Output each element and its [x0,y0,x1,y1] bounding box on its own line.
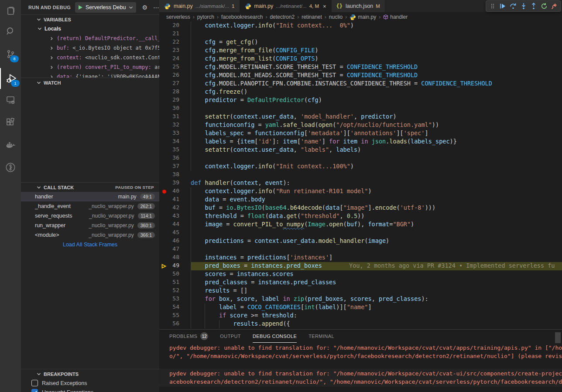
stack-frame-row[interactable]: _handle_event_nuclio_wrapper.py262:1 [21,201,159,211]
code-line[interactable]: 46 predictions = context.user_data.model… [159,237,562,245]
restart-button[interactable] [539,1,549,11]
tab-output[interactable]: OUTPUT [220,330,241,343]
debug-console-output[interactable]: pydev debugger: unable to find translati… [159,343,562,387]
debug-config-dropdown[interactable]: Serverless Debu [75,2,136,13]
toolbar-grip[interactable] [487,1,498,11]
breakpoints-header[interactable]: BREAKPOINTS [21,369,159,378]
code-line[interactable]: 24 cfg.merge_from_list(CONFIG_OPTS) [159,55,562,63]
code-editor[interactable]: 20 context.logger.info("Init context... … [159,22,562,329]
breadcrumb-file[interactable]: main.py [358,14,376,20]
code-line[interactable]: 29 predictor = DefaultPredictor(cfg) [159,96,562,105]
breadcrumb-item[interactable]: pytorch [197,14,214,20]
code-line[interactable]: 22 cfg = get_cfg() [159,38,562,47]
code-line[interactable]: 20 context.logger.info("Init context... … [159,22,562,30]
watch-header[interactable]: WATCH [21,78,159,87]
continue-button[interactable] [498,1,508,11]
code-line[interactable]: 43 threshold = float(data.get("threshold… [159,212,562,221]
tab-problems[interactable]: PROBLEMS 12 [169,330,208,343]
breadcrumb-item[interactable]: facebookresearch [221,14,263,20]
tab-launch-json[interactable]: {}launch.jsonM [332,0,385,12]
breadcrumb-symbol[interactable]: handler [390,14,408,20]
tab-terminal[interactable]: TERMINAL [308,330,334,343]
code-line[interactable]: 49 pred_boxes = instances.pred_boxesYou,… [159,262,562,270]
code-line[interactable]: 54 label = COCO_CATEGORIES[int(label)]["… [159,303,562,312]
code-line[interactable]: 34 labels = {item['id']: item['name'] fo… [159,138,562,146]
code-line[interactable]: 37 context.logger.info("Init context...1… [159,163,562,171]
variable-row[interactable]: data: {'image': 'iVBORw0KGgoAAAANSUhE… [21,72,159,78]
breadcrumb-item[interactable]: serverless [166,14,190,20]
chevron-right-icon[interactable] [50,56,54,60]
code-line[interactable]: 25 cfg.MODEL.RETINANET.SCORE_THRESH_TEST… [159,63,562,72]
code-line[interactable]: 31 setattr(context.user_data, 'model_han… [159,113,562,121]
breakpoint-row[interactable]: Uncaught Exceptions [21,388,159,392]
code-line[interactable]: 51 pred_classes = instances.pred_classes [159,279,562,287]
chevron-right-icon[interactable] [50,46,54,50]
variable-row[interactable]: buf: <_io.BytesIO object at 0x7f5a2dc1ec… [21,43,159,53]
code-line[interactable]: 33 labels_spec = functionconfig['metadat… [159,130,562,138]
breadcrumb-item[interactable]: detectron2 [270,14,295,20]
code-line[interactable]: 27 cfg.MODEL.PANOPTIC_FPN.COMBINE.INSTAN… [159,80,562,88]
code-line[interactable]: 40 context.logger.info("Run retinanet-R1… [159,187,562,196]
variable-row[interactable]: (return) convert_PIL_to_numpy: array([[[… [21,62,159,72]
checkbox[interactable] [31,389,38,392]
explorer-icon[interactable] [0,1,21,22]
tab-main-py-siammask[interactable]: main.py.../siammask/...1 [159,0,240,12]
source-control-icon[interactable]: 8 [0,44,21,65]
more-actions-icon[interactable]: ⋯ [153,4,159,10]
console-message[interactable]: pydev debugger: unable to find translati… [159,368,562,387]
code-line[interactable]: 26 cfg.MODEL.ROI_HEADS.SCORE_THRESH_TEST… [159,72,562,80]
load-all-stack-frames-link[interactable]: Load All Stack Frames [21,240,159,249]
locals-scope[interactable]: Locals [21,24,159,34]
code-line[interactable]: 42 buf = io.BytesIO(base64.b64decode(dat… [159,204,562,212]
code-line[interactable]: 32 functionconfig = yaml.safe_load(open(… [159,121,562,130]
docker-icon[interactable] [0,135,21,156]
stack-frame-row[interactable]: run_wrapper_nuclio_wrapper.py360:1 [21,221,159,230]
close-icon[interactable]: × [323,3,326,10]
code-line[interactable]: 47 [159,245,562,254]
code-line[interactable]: 56 results.append({ [159,320,562,328]
step-into-button[interactable] [518,1,529,11]
code-line[interactable]: 53 for box, score, label in zip(pred_box… [159,295,562,303]
code-line[interactable]: 28 cfg.freeze() [159,88,562,96]
code-line[interactable]: 36 [159,154,562,163]
code-line[interactable]: 45 [159,229,562,237]
disconnect-button[interactable] [549,1,559,11]
run-and-debug-icon[interactable]: 1 [0,68,22,89]
gear-icon[interactable]: ⚙ [142,4,147,10]
tab-debug-console[interactable]: DEBUG CONSOLE [253,330,297,343]
tab-main-py-retinanet[interactable]: main.py.../retinanet/...4, M× [240,0,332,12]
breakpoint-dot[interactable] [159,187,169,196]
code-line[interactable]: 52 results = [] [159,287,562,295]
breakpoint-icon[interactable] [162,190,166,194]
code-line[interactable]: 55 if score >= threshold: [159,312,562,320]
code-line[interactable]: 35 setattr(context.user_data, "labels", … [159,146,562,154]
step-over-button[interactable] [508,1,518,11]
start-debug-icon[interactable] [78,5,83,10]
stack-frame-row[interactable]: handlermain.py49:1 [21,192,159,201]
checkbox[interactable] [31,380,38,386]
variable-row[interactable]: (return) DefaultPredictor.__call__: {'in… [21,34,159,43]
breadcrumb-item[interactable]: nuclio [329,14,343,20]
code-line[interactable]: 48 instances = predictions['instances'] [159,254,562,262]
chevron-right-icon[interactable] [50,37,54,41]
variables-header[interactable]: VARIABLES [21,14,159,24]
code-line[interactable]: 39def handler(context, event): [159,179,562,187]
code-line[interactable]: 41 data = event.body [159,196,562,204]
console-message[interactable]: pydev debugger: unable to find translati… [159,343,562,361]
chevron-right-icon[interactable] [50,65,54,69]
current-line-arrow-icon[interactable] [159,262,169,270]
code-line[interactable]: 23 cfg.merge_from_file(CONFIG_FILE) [159,47,562,55]
breadcrumb[interactable]: serverless›pytorch›facebookresearch›dete… [159,12,562,22]
breadcrumb-item[interactable]: retinanet [302,14,322,20]
breakpoint-row[interactable]: Raised Exceptions [21,378,159,388]
panel-scrollbar[interactable] [555,332,561,343]
stack-frame-row[interactable]: serve_requests_nuclio_wrapper.py114:1 [21,211,159,221]
call-stack-header[interactable]: CALL STACK PAUSED ON STEP [21,182,159,192]
code-line[interactable]: 30 [159,105,562,113]
variable-row[interactable]: context: <nuclio_sdk.context.Context obj… [21,53,159,62]
code-line[interactable]: 21 [159,30,562,38]
step-out-button[interactable] [528,1,539,11]
code-line[interactable]: 50 scores = instances.scores [159,270,562,279]
search-icon[interactable] [0,21,21,42]
code-line[interactable]: 44 image = convert_PIL_to_numpy(Image.op… [159,221,562,229]
